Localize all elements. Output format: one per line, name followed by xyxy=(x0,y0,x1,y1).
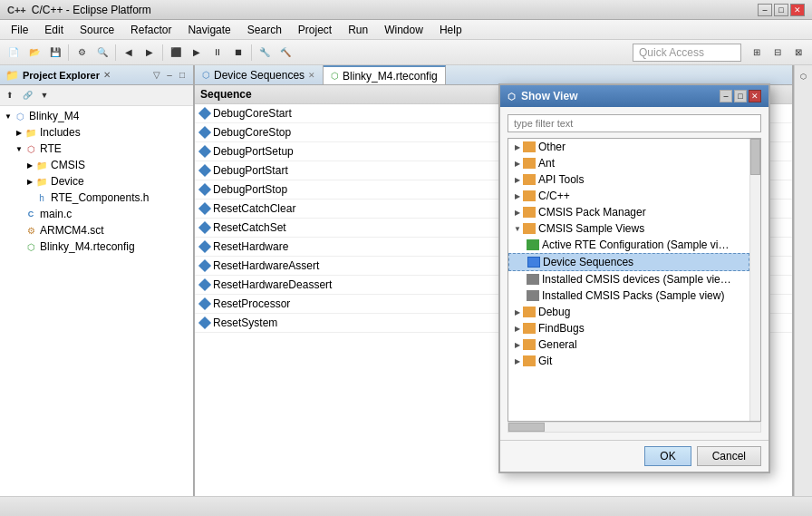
dv-item-git[interactable]: ▶ Git xyxy=(508,353,749,369)
seq-diamond-1 xyxy=(198,126,211,139)
other-label: Other xyxy=(538,141,566,153)
right-panel-btn[interactable]: ⬡ xyxy=(797,69,811,83)
dv-item-general[interactable]: ▶ General xyxy=(508,336,749,353)
pe-collapse-btn[interactable]: ⬆ xyxy=(2,87,18,103)
tree-item-device[interactable]: ▶ 📁 Device xyxy=(0,173,193,190)
tree-item-armcm4[interactable]: ⚙ ARMCM4.sct xyxy=(0,222,193,239)
tab-device-sequences[interactable]: ⬡ Device Sequences ✕ xyxy=(195,65,324,84)
show-view-dialog[interactable]: ⬡ Show View – □ ✕ ▶ O xyxy=(498,83,770,473)
tb-btn-10[interactable]: ⏸ xyxy=(208,43,227,63)
api-label: API Tools xyxy=(538,173,584,186)
menu-help[interactable]: Help xyxy=(432,20,469,39)
tb-btn-5[interactable]: 🔍 xyxy=(92,43,112,63)
rte-arrow[interactable]: ▼ xyxy=(14,145,24,153)
cmsis-pack-label: CMSIS Pack Manager xyxy=(538,206,646,219)
project-expand-arrow[interactable]: ▼ xyxy=(4,112,13,121)
menu-window[interactable]: Window xyxy=(377,20,430,39)
tb-btn-4[interactable]: ⚙ xyxy=(72,43,92,63)
tree-item-project[interactable]: ▼ ⬡ Blinky_M4 xyxy=(0,108,193,124)
tree-item-includes[interactable]: ▶ 📁 Includes xyxy=(0,124,193,141)
ok-button[interactable]: OK xyxy=(644,446,691,466)
quick-access-field[interactable]: Quick Access xyxy=(633,44,741,62)
seq-name-2: DebugPortSetup xyxy=(213,145,294,158)
tb-btn-11[interactable]: ⏹ xyxy=(228,43,248,63)
dialog-title-bar: ⬡ Show View – □ ✕ xyxy=(500,85,768,107)
perspective-btn-1[interactable]: ⊞ xyxy=(747,43,767,63)
tree-item-rte[interactable]: ▼ ⬡ RTE xyxy=(0,141,193,157)
device-seq-tab-close[interactable]: ✕ xyxy=(308,71,315,80)
seq-diamond-2 xyxy=(198,145,211,158)
project-explorer-min-btn[interactable]: – xyxy=(164,70,175,81)
h-scrollbar[interactable] xyxy=(508,422,761,433)
minimize-button[interactable]: – xyxy=(758,4,772,16)
dv-item-device-seq[interactable]: Device Sequences xyxy=(508,253,749,271)
cancel-button[interactable]: Cancel xyxy=(697,446,761,466)
perspective-btn-2[interactable]: ⊟ xyxy=(768,43,788,63)
device-seq-dv-icon xyxy=(527,257,540,268)
menu-search[interactable]: Search xyxy=(240,20,289,39)
menu-run[interactable]: Run xyxy=(341,20,375,39)
cmsis-sample-arrow: ▼ xyxy=(512,225,523,233)
tb-btn-8[interactable]: ⬛ xyxy=(166,43,186,63)
includes-arrow[interactable]: ▶ xyxy=(14,129,24,137)
dv-item-ant[interactable]: ▶ Ant xyxy=(508,155,749,171)
rte-components-icon: h xyxy=(34,190,49,205)
tree-item-main[interactable]: C main.c xyxy=(0,206,193,222)
save-button[interactable]: 💾 xyxy=(45,43,65,63)
tb-btn-12[interactable]: 🔧 xyxy=(255,43,275,63)
tree-scrollbar[interactable] xyxy=(749,139,760,421)
pe-link-btn[interactable]: 🔗 xyxy=(19,87,35,103)
dv-item-installed-devices[interactable]: Installed CMSIS devices (Sample vie… xyxy=(508,271,749,287)
menu-refactor[interactable]: Refactor xyxy=(123,20,179,39)
device-seq-dv-label: Device Sequences xyxy=(543,256,633,268)
active-rte-icon xyxy=(527,239,539,250)
open-button[interactable]: 📂 xyxy=(24,43,44,63)
filter-input[interactable] xyxy=(508,114,761,132)
close-button[interactable]: ✕ xyxy=(790,4,805,16)
new-button[interactable]: 📄 xyxy=(4,43,24,63)
tb-btn-6[interactable]: ◀ xyxy=(119,43,139,63)
tree-item-cmsis[interactable]: ▶ 📁 CMSIS xyxy=(0,157,193,173)
maximize-button[interactable]: □ xyxy=(774,4,788,16)
menu-file[interactable]: File xyxy=(4,20,35,39)
menu-project[interactable]: Project xyxy=(291,20,339,39)
cmsis-label: CMSIS xyxy=(51,159,85,171)
tb-btn-7[interactable]: ▶ xyxy=(140,43,160,63)
dialog-footer: OK Cancel xyxy=(500,440,768,472)
dialog-close-button[interactable]: ✕ xyxy=(749,90,761,102)
menu-edit[interactable]: Edit xyxy=(37,20,71,39)
tree-item-rteconfig[interactable]: ⬡ Blinky_M4.rteconfig xyxy=(0,239,193,255)
quick-access-label: Quick Access xyxy=(639,46,704,59)
dv-item-api-tools[interactable]: ▶ API Tools xyxy=(508,171,749,188)
dv-item-active-rte[interactable]: Active RTE Configuration (Sample vi… xyxy=(508,237,749,253)
pe-menu-btn[interactable]: ▼ xyxy=(36,87,53,103)
rteconfig-label: Blinky_M4.rteconfig xyxy=(40,240,135,253)
dv-item-cmsis-pack[interactable]: ▶ CMSIS Pack Manager xyxy=(508,204,749,220)
device-label: Device xyxy=(51,175,84,188)
dv-item-findbugs[interactable]: ▶ FindBugs xyxy=(508,320,749,336)
dialog-min-button[interactable]: – xyxy=(720,90,732,102)
tab-rteconfig[interactable]: ⬡ Blinky_M4.rteconfig xyxy=(324,65,446,84)
dv-item-cpp[interactable]: ▶ C/C++ xyxy=(508,188,749,204)
menu-source[interactable]: Source xyxy=(72,20,121,39)
scrollbar-thumb[interactable] xyxy=(750,139,760,175)
project-explorer-max-btn[interactable]: □ xyxy=(177,70,188,81)
tb-btn-13[interactable]: 🔨 xyxy=(276,43,295,63)
menu-navigate[interactable]: Navigate xyxy=(180,20,237,39)
rteconfig-tab-icon: ⬡ xyxy=(331,71,339,81)
dv-item-debug[interactable]: ▶ Debug xyxy=(508,304,749,320)
perspective-btn-3[interactable]: ⊠ xyxy=(788,43,808,63)
ant-label: Ant xyxy=(538,157,555,170)
other-folder-icon xyxy=(523,141,536,152)
tb-btn-9[interactable]: ▶ xyxy=(187,43,207,63)
dv-item-other[interactable]: ▶ Other xyxy=(508,139,749,155)
seq-name-4: DebugPortStop xyxy=(213,183,287,196)
h-scrollbar-thumb[interactable] xyxy=(508,423,545,432)
tree-item-rte-components[interactable]: h RTE_Components.h xyxy=(0,190,193,206)
dv-item-installed-packs[interactable]: Installed CMSIS Packs (Sample view) xyxy=(508,287,749,304)
cmsis-arrow[interactable]: ▶ xyxy=(25,161,34,170)
dv-item-cmsis-sample[interactable]: ▼ CMSIS Sample Views xyxy=(508,220,749,237)
device-arrow[interactable]: ▶ xyxy=(25,178,34,186)
project-explorer-menu-btn[interactable]: ▽ xyxy=(151,70,162,81)
dialog-max-button[interactable]: □ xyxy=(734,90,747,102)
